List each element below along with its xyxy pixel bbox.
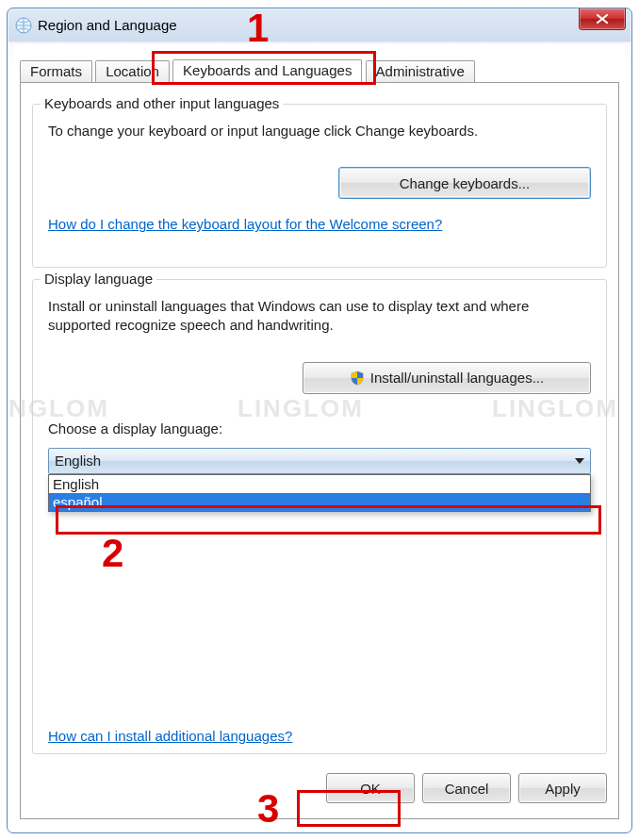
choose-display-language-label: Choose a display language: (48, 420, 591, 436)
keyboards-desc: To change your keyboard or input languag… (48, 122, 591, 140)
display-language-combo[interactable]: English English español (48, 448, 591, 474)
tab-keyboards-languages[interactable]: Keyboards and Languages (172, 59, 362, 82)
cancel-button[interactable]: Cancel (422, 773, 511, 803)
install-uninstall-label: Install/uninstall languages... (370, 370, 544, 386)
tab-location[interactable]: Location (95, 60, 170, 82)
display-language-selected: English (55, 453, 101, 469)
uac-shield-icon (350, 371, 365, 386)
combo-option-espanol[interactable]: español (49, 493, 590, 511)
titlebar: Region and Language (8, 8, 631, 41)
install-uninstall-languages-button[interactable]: Install/uninstall languages... (303, 362, 591, 394)
change-keyboards-button[interactable]: Change keyboards... (338, 167, 591, 199)
dialog-buttons: OK Cancel Apply (326, 773, 607, 803)
display-language-list: English español (48, 474, 591, 512)
group-display-language: Display language Install or uninstall la… (32, 279, 607, 754)
tab-panel: LINGLOM LINGLOM LINGLOM Keyboards and ot… (20, 82, 619, 819)
combo-option-english[interactable]: English (49, 475, 590, 493)
apply-button[interactable]: Apply (518, 773, 607, 803)
tabstrip: Formats Location Keyboards and Languages… (20, 59, 619, 83)
tab-formats[interactable]: Formats (20, 60, 92, 82)
link-welcome-screen-layout[interactable]: How do I change the keyboard layout for … (48, 216, 442, 232)
tab-administrative[interactable]: Administrative (366, 60, 475, 82)
window-title: Region and Language (38, 17, 177, 33)
region-language-window: Region and Language Formats Location Key… (7, 8, 632, 833)
close-button[interactable] (579, 8, 626, 30)
client-area: Formats Location Keyboards and Languages… (14, 44, 625, 826)
display-language-desc: Install or uninstall languages that Wind… (48, 297, 576, 336)
link-install-additional-languages[interactable]: How can I install additional languages? (48, 728, 292, 744)
ok-button[interactable]: OK (326, 773, 415, 803)
group-keyboards: Keyboards and other input languages To c… (32, 104, 607, 268)
chevron-down-icon (575, 458, 584, 464)
group-keyboards-legend: Keyboards and other input languages (41, 95, 283, 111)
close-icon (596, 13, 609, 25)
globe-icon (15, 17, 32, 34)
